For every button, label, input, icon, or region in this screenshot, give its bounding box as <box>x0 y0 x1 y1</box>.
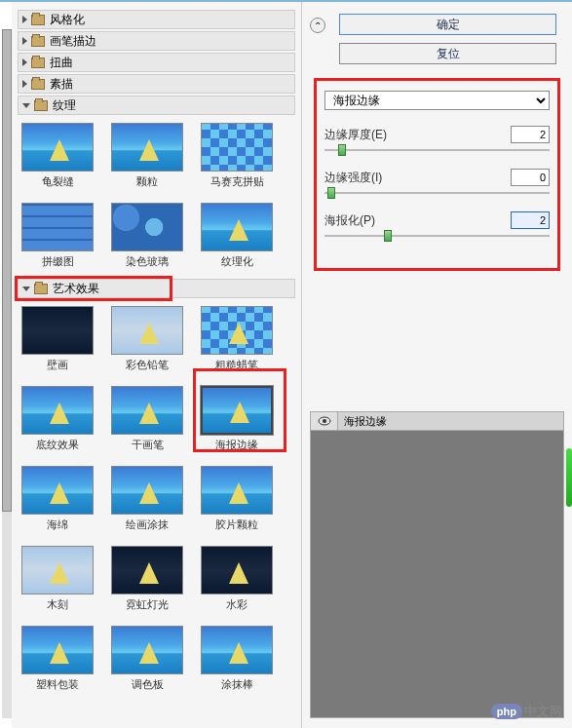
filter-thumbnail[interactable]: 壁画 <box>19 306 95 372</box>
filter-thumbnail[interactable]: 木刻 <box>19 546 95 612</box>
slider-thumb[interactable] <box>327 187 335 199</box>
filter-thumbnail[interactable]: 拼缀图 <box>19 203 95 269</box>
category-row[interactable]: 素描 <box>18 74 295 94</box>
thumbnail-label: 水彩 <box>226 597 248 612</box>
thumbnail-image <box>21 203 94 251</box>
filter-thumbnail[interactable]: 塑料包装 <box>19 626 95 692</box>
param-label: 边缘厚度(E) <box>324 127 387 143</box>
filter-thumbnail[interactable]: 绘画涂抹 <box>109 466 185 532</box>
filter-thumbnail[interactable]: 海绵 <box>19 466 95 532</box>
filter-thumbnail[interactable]: 底纹效果 <box>19 386 95 452</box>
folder-icon <box>31 36 45 47</box>
filter-thumbnail[interactable]: 海报边缘 <box>199 386 275 452</box>
folder-icon <box>34 100 48 111</box>
thumbnail-image <box>201 123 273 172</box>
params-highlight: 海报边缘 边缘厚度(E)边缘强度(I)海报化(P) <box>314 78 560 271</box>
filter-thumbnail[interactable]: 马赛克拼贴 <box>199 123 275 189</box>
thumbnail-label: 调色板 <box>132 677 164 692</box>
thumbnail-image <box>201 626 273 674</box>
category-row[interactable]: 画笔描边 <box>18 31 295 51</box>
folder-icon <box>31 57 45 68</box>
filter-thumbnail[interactable]: 彩色铅笔 <box>109 306 185 372</box>
param-label: 边缘强度(I) <box>324 170 382 186</box>
param-input[interactable] <box>511 126 550 143</box>
chevron-down-icon <box>22 103 30 108</box>
thumbnail-label: 马赛克拼贴 <box>210 174 264 189</box>
param-label: 海报化(P) <box>324 212 375 229</box>
thumbnail-image <box>21 306 94 355</box>
chevron-right-icon <box>22 16 27 23</box>
thumbnail-image <box>21 123 94 172</box>
filter-thumbnail[interactable]: 调色板 <box>109 626 185 692</box>
scroll-indicator[interactable] <box>566 448 572 507</box>
category-row[interactable]: 扭曲 <box>18 53 295 72</box>
thumbnail-image <box>111 466 183 515</box>
watermark: php中文网 <box>491 703 562 720</box>
slider-thumb[interactable] <box>384 230 392 242</box>
preview-section: 海报边缘 <box>310 411 564 718</box>
thumbnail-label: 颗粒 <box>136 174 158 189</box>
filter-thumbnail[interactable]: 染色玻璃 <box>109 203 185 269</box>
filter-thumbnail[interactable]: 粗糙蜡笔 <box>199 306 275 372</box>
param-input[interactable] <box>511 169 550 186</box>
param-slider[interactable] <box>324 192 550 194</box>
thumbnail-label: 底纹效果 <box>36 438 79 452</box>
thumbnail-image <box>111 546 183 594</box>
filter-thumbnail[interactable]: 纹理化 <box>199 203 275 269</box>
thumbnail-image <box>111 203 183 251</box>
left-scrollbar[interactable] <box>2 29 12 718</box>
thumbnail-label: 海绵 <box>47 517 68 532</box>
filter-thumbnail[interactable]: 龟裂缝 <box>19 123 95 189</box>
filter-thumbnail[interactable]: 霓虹灯光 <box>109 546 185 612</box>
thumbnail-label: 海报边缘 <box>215 438 258 452</box>
filter-thumbnail[interactable]: 水彩 <box>199 546 275 612</box>
category-label: 素描 <box>50 76 73 93</box>
watermark-badge: php <box>491 704 522 719</box>
category-texture[interactable]: 纹理 <box>18 96 295 115</box>
thumbnail-label: 纹理化 <box>221 254 253 269</box>
category-row[interactable]: 风格化 <box>18 10 295 29</box>
category-artistic[interactable]: 艺术效果 <box>18 279 295 298</box>
param-slider[interactable] <box>324 149 550 151</box>
filter-thumbnail[interactable]: 颗粒 <box>109 123 185 189</box>
category-label: 扭曲 <box>50 55 73 71</box>
visibility-eye-icon[interactable] <box>311 412 338 430</box>
chevron-right-icon <box>22 80 27 88</box>
chevron-down-icon <box>22 287 30 291</box>
thumbnail-label: 干画笔 <box>132 438 164 452</box>
thumbnail-label: 木刻 <box>47 597 68 612</box>
collapse-icon[interactable]: ⌃ <box>310 18 325 33</box>
thumbnail-image <box>201 466 273 515</box>
filter-thumbnail[interactable]: 胶片颗粒 <box>199 466 275 532</box>
chevron-right-icon <box>22 58 27 66</box>
thumbnail-label: 壁画 <box>47 358 68 372</box>
thumbnail-image <box>111 386 183 435</box>
thumbnail-label: 霓虹灯光 <box>126 597 169 612</box>
thumbnail-label: 塑料包装 <box>36 677 79 692</box>
filter-thumbnail[interactable]: 涂抹棒 <box>199 626 275 692</box>
category-label: 纹理 <box>53 97 76 114</box>
chevron-right-icon <box>22 37 27 45</box>
preview-body <box>310 431 564 718</box>
svg-point-1 <box>323 419 326 423</box>
thumbnail-label: 胶片颗粒 <box>215 517 258 532</box>
thumbnail-label: 彩色铅笔 <box>126 358 169 372</box>
thumbnail-image <box>201 386 273 435</box>
thumbnail-image <box>21 466 94 515</box>
filter-category-panel: 风格化画笔描边扭曲素描 纹理 龟裂缝颗粒马赛克拼贴拼缀图染色玻璃纹理化 艺术效果… <box>12 2 302 728</box>
thumbnail-image <box>111 306 183 355</box>
thumbnail-image <box>201 546 273 594</box>
category-label: 艺术效果 <box>53 281 99 297</box>
param-slider[interactable] <box>324 235 550 237</box>
filter-select[interactable]: 海报边缘 <box>324 91 550 110</box>
param-input[interactable] <box>511 211 550 229</box>
filter-thumbnail[interactable]: 干画笔 <box>109 386 185 452</box>
slider-thumb[interactable] <box>338 144 346 156</box>
category-label: 画笔描边 <box>50 33 96 50</box>
thumbnail-image <box>201 203 273 251</box>
ok-button[interactable]: 确定 <box>339 14 556 35</box>
thumbnail-image <box>21 546 94 594</box>
reset-button[interactable]: 复位 <box>339 43 556 64</box>
folder-icon <box>31 15 45 25</box>
thumbnail-image <box>21 386 94 435</box>
